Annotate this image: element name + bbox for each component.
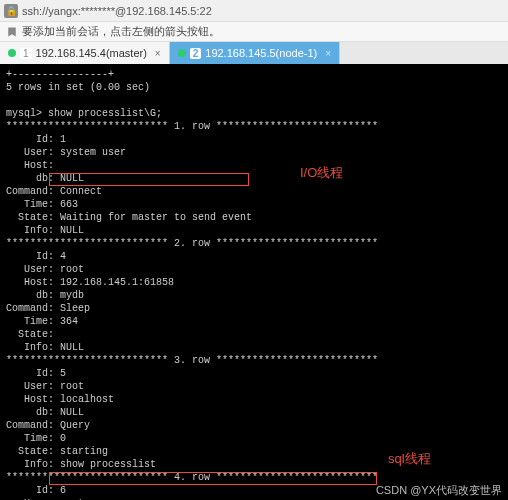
- field-command: Sleep: [60, 303, 90, 314]
- address-text: ssh://yangx:********@192.168.145.5:22: [22, 5, 212, 17]
- status-dot-icon: [8, 49, 16, 57]
- tab-number: 2: [190, 48, 202, 59]
- row-separator: *************************** 4. row *****…: [6, 472, 378, 483]
- field-user: root: [60, 381, 84, 392]
- session-hint-text: 要添加当前会话，点击左侧的箭头按钮。: [22, 24, 220, 39]
- mysql-prompt: mysql> show processlist\G;: [6, 108, 162, 119]
- tab-label: 192.168.145.5(node-1): [205, 47, 317, 59]
- close-icon[interactable]: ×: [155, 48, 161, 59]
- field-host: localhost: [60, 394, 114, 405]
- field-time: 663: [60, 199, 78, 210]
- field-command: Connect: [60, 186, 102, 197]
- lock-icon: 🔒: [4, 4, 18, 18]
- field-id: 6: [60, 485, 66, 496]
- field-state: starting: [60, 446, 108, 457]
- terminal-output[interactable]: +----------------+ 5 rows in set (0.00 s…: [0, 64, 508, 500]
- field-id: 5: [60, 368, 66, 379]
- field-db: NULL: [60, 173, 84, 184]
- field-time: 364: [60, 316, 78, 327]
- field-info: NULL: [60, 342, 84, 353]
- field-info: show processlist: [60, 459, 156, 470]
- field-state: Waiting for master to send event: [60, 212, 252, 223]
- field-id: 4: [60, 251, 66, 262]
- bookmark-icon: [6, 26, 18, 38]
- field-info: NULL: [60, 225, 84, 236]
- row-separator: *************************** 2. row *****…: [6, 238, 378, 249]
- tab-master[interactable]: 1 192.168.145.4(master) ×: [0, 42, 170, 64]
- row-separator: *************************** 1. row *****…: [6, 121, 378, 132]
- field-db: NULL: [60, 407, 84, 418]
- watermark: CSDN @YX代码改变世界: [376, 483, 502, 498]
- field-id: 1: [60, 134, 66, 145]
- close-icon[interactable]: ×: [325, 48, 331, 59]
- status-dot-icon: [178, 49, 186, 57]
- field-user: root: [60, 264, 84, 275]
- field-command: Query: [60, 420, 90, 431]
- address-bar[interactable]: 🔒 ssh://yangx:********@192.168.145.5:22: [0, 0, 508, 22]
- tab-bar: 1 192.168.145.4(master) × 2 192.168.145.…: [0, 42, 508, 64]
- field-host: 192.168.145.1:61858: [60, 277, 174, 288]
- annotation-io-thread: I/O线程: [300, 166, 343, 179]
- rows-summary: 5 rows in set (0.00 sec): [6, 82, 150, 93]
- annotation-sql-thread: sql线程: [388, 452, 431, 465]
- field-db: mydb: [60, 290, 84, 301]
- tab-node-1[interactable]: 2 192.168.145.5(node-1) ×: [170, 42, 340, 64]
- field-time: 0: [60, 433, 66, 444]
- tab-label: 192.168.145.4(master): [36, 47, 147, 59]
- session-hint-bar: 要添加当前会话，点击左侧的箭头按钮。: [0, 22, 508, 42]
- tab-number: 1: [20, 48, 32, 59]
- field-user: system user: [60, 147, 126, 158]
- row-separator: *************************** 3. row *****…: [6, 355, 378, 366]
